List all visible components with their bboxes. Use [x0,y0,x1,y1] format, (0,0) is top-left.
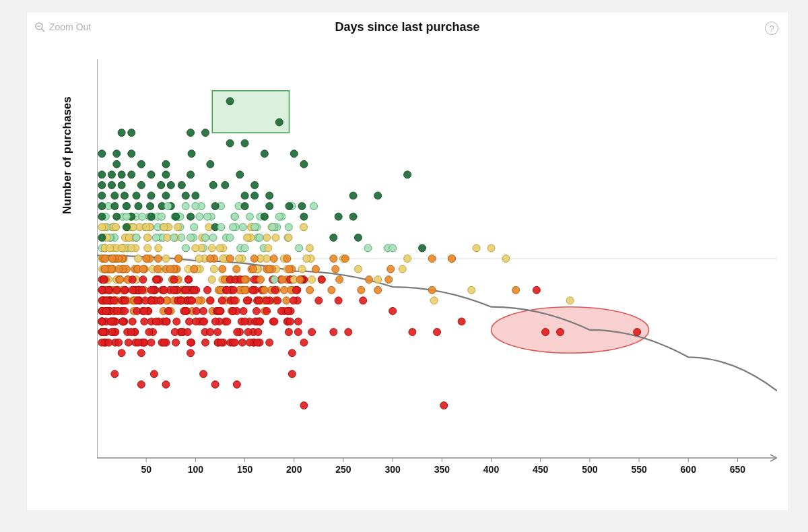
svg-point-262 [233,265,240,273]
svg-point-569 [157,297,164,304]
svg-point-481 [199,307,207,314]
svg-point-753 [285,265,293,273]
svg-point-788 [111,370,119,378]
svg-point-636 [188,150,195,158]
svg-point-511 [110,297,118,304]
svg-point-738 [473,244,480,252]
svg-point-226 [220,255,227,263]
svg-point-80 [209,234,217,241]
svg-point-190 [125,234,133,241]
svg-point-777 [409,329,416,336]
svg-point-626 [275,119,283,126]
svg-point-820 [202,339,209,346]
svg-point-391 [166,265,174,273]
svg-point-710 [164,203,172,210]
svg-point-834 [360,297,367,304]
svg-point-623 [141,297,149,304]
svg-point-565 [294,318,302,325]
svg-point-711 [182,203,189,210]
svg-point-242 [300,224,308,231]
svg-point-716 [170,234,178,241]
svg-point-768 [279,276,286,284]
svg-point-303 [154,265,162,273]
svg-point-776 [434,329,441,336]
svg-text:50: 50 [141,464,152,475]
svg-point-728 [230,224,237,231]
svg-point-812 [105,339,112,346]
svg-point-522 [139,276,147,284]
svg-point-627 [118,129,125,137]
svg-point-785 [118,350,125,357]
svg-point-729 [251,224,259,231]
svg-point-602 [263,307,271,314]
svg-point-652 [404,171,411,178]
svg-point-746 [566,297,574,304]
svg-point-653 [98,181,106,189]
svg-point-390 [115,265,123,273]
svg-point-669 [182,192,189,199]
svg-point-741 [502,255,510,263]
svg-point-540 [263,297,270,304]
svg-point-639 [113,160,121,168]
svg-point-835 [389,307,397,314]
svg-point-612 [184,276,192,284]
svg-point-542 [141,307,148,314]
svg-point-601 [255,297,263,304]
svg-point-799 [556,329,564,336]
svg-point-396 [154,255,162,263]
svg-point-806 [139,286,146,294]
svg-point-800 [634,329,641,336]
svg-point-220 [118,244,125,252]
svg-point-517 [290,297,297,304]
svg-point-712 [192,203,199,210]
svg-point-664 [111,192,119,199]
svg-point-572 [102,307,110,314]
scatter-plot[interactable]: 5010015020025030035040045050055060065024… [97,59,777,484]
svg-point-757 [241,286,248,294]
svg-point-807 [147,286,155,294]
svg-point-192 [144,244,152,252]
svg-point-586 [201,318,208,325]
svg-point-671 [241,192,248,199]
svg-point-666 [133,192,140,199]
svg-point-642 [207,160,214,168]
svg-point-525 [121,307,129,314]
svg-text:600: 600 [681,464,697,475]
svg-point-691 [147,213,155,220]
svg-point-504 [170,276,178,284]
svg-point-588 [218,297,226,304]
svg-point-675 [374,192,382,199]
svg-point-422 [185,318,193,325]
svg-point-637 [261,150,268,158]
svg-point-686 [285,203,293,210]
svg-point-823 [107,318,114,325]
svg-point-462 [214,329,222,336]
svg-point-593 [271,286,279,294]
svg-point-715 [152,234,160,241]
svg-point-684 [241,203,248,210]
svg-text:200: 200 [286,464,302,475]
svg-point-611 [231,339,238,346]
svg-point-658 [167,181,174,189]
svg-point-790 [200,370,207,378]
svg-point-765 [512,286,520,294]
svg-point-638 [290,150,298,158]
svg-point-649 [162,171,170,178]
svg-point-356 [102,255,109,263]
svg-point-621 [100,276,107,284]
svg-point-651 [236,171,244,178]
svg-point-734 [174,224,182,231]
svg-point-128 [239,224,246,231]
svg-point-142 [263,234,271,241]
svg-point-183 [195,255,203,263]
svg-point-377 [174,255,182,263]
svg-point-547 [100,329,107,336]
svg-point-413 [285,329,292,336]
svg-point-676 [98,203,106,210]
svg-text:150: 150 [237,464,253,475]
svg-point-670 [192,192,199,199]
svg-point-811 [98,339,106,346]
svg-point-755 [332,265,339,273]
svg-point-725 [241,244,248,252]
svg-point-778 [330,329,337,336]
